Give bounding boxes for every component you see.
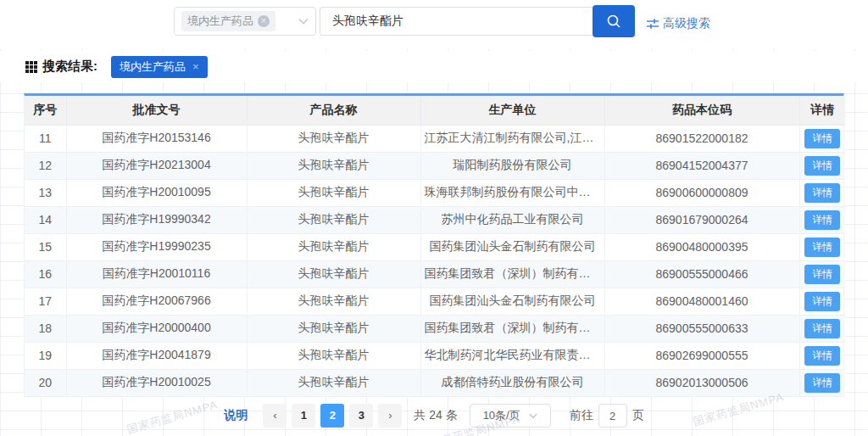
detail-button[interactable]: 详情 (804, 210, 840, 230)
category-select[interactable]: 境内生产药品 × (174, 7, 316, 36)
col-header-no: 序号 (25, 96, 66, 125)
detail-button[interactable]: 详情 (804, 346, 840, 366)
table-row: 20 国药准字H20010025 头孢呋辛酯片 成都倍特药业股份有限公司 869… (25, 369, 845, 396)
cell-product: 头孢呋辛酯片 (247, 206, 420, 233)
table-row: 15 国药准字H19990235 头孢呋辛酯片 国药集团汕头金石制药有限公司 8… (25, 233, 845, 260)
col-header-product: 产品名称 (247, 96, 420, 125)
filter-tag[interactable]: 境内生产药品 × (111, 56, 208, 78)
cell-code: 86900555000466 (604, 260, 799, 288)
cell-manufacturer: 成都倍特药业股份有限公司 (420, 369, 604, 396)
cell-approval: 国药准字H20010025 (66, 369, 247, 396)
search-input[interactable] (320, 7, 593, 36)
cell-approval: 国药准字H20153146 (66, 125, 247, 152)
cell-approval: 国药准字H19990235 (66, 233, 247, 260)
total-count-label: 共 24 条 (414, 408, 457, 423)
goto-suffix-label: 页 (632, 408, 644, 423)
results-label: 搜索结果: (25, 59, 97, 75)
cell-manufacturer: 国药集团汕头金石制药有限公司 (420, 288, 604, 315)
cell-product: 头孢呋辛酯片 (247, 125, 420, 152)
cell-code: 86902013000506 (604, 369, 799, 396)
sliders-icon (647, 18, 659, 30)
page-size-select[interactable]: 10条/页 (470, 404, 551, 428)
cell-no: 15 (25, 233, 66, 260)
cell-code: 86904152004377 (604, 152, 799, 179)
table-row: 17 国药准字H20067966 头孢呋辛酯片 国药集团汕头金石制药有限公司 8… (25, 288, 845, 315)
cell-product: 头孢呋辛酯片 (247, 342, 420, 369)
cell-manufacturer: 国药集团致君（深圳）制药有限公... (420, 260, 604, 288)
cell-code: 86900480001460 (604, 288, 799, 315)
cell-no: 20 (25, 369, 66, 396)
cell-no: 13 (25, 179, 66, 206)
prev-page-button[interactable]: ‹ (263, 404, 287, 428)
detail-button[interactable]: 详情 (804, 373, 840, 393)
table-row: 12 国药准字H20213004 头孢呋辛酯片 瑞阳制药股份有限公司 86904… (25, 152, 845, 179)
cell-product: 头孢呋辛酯片 (247, 179, 420, 206)
category-tag-close-icon[interactable]: × (258, 15, 270, 27)
cell-no: 19 (25, 342, 66, 369)
results-bar: 搜索结果: 境内生产药品 × (0, 51, 868, 82)
filter-tag-label: 境内生产药品 (120, 59, 186, 75)
cell-code: 86900555000633 (604, 315, 799, 342)
cell-approval: 国药准字H20010095 (66, 179, 247, 206)
cell-code: 86901679000264 (604, 206, 799, 233)
pagination: 说明 ‹ 123 › 共 24 条 10条/页 前往 页 (0, 404, 868, 428)
page-button-3[interactable]: 3 (349, 404, 373, 428)
table-row: 14 国药准字H19990342 头孢呋辛酯片 苏州中化药品工业有限公司 869… (25, 206, 845, 233)
cell-no: 11 (25, 125, 66, 152)
search-button[interactable] (593, 5, 635, 37)
detail-button[interactable]: 详情 (804, 265, 840, 284)
results-label-text: 搜索结果: (42, 59, 97, 75)
goto-prefix-label: 前往 (570, 408, 593, 423)
cell-approval: 国药准字H20041879 (66, 342, 247, 369)
page-button-2[interactable]: 2 (320, 404, 344, 428)
table-row: 13 国药准字H20010095 头孢呋辛酯片 珠海联邦制药股份有限公司中山分.… (25, 179, 845, 206)
cell-product: 头孢呋辛酯片 (247, 152, 420, 179)
cell-manufacturer: 苏州中化药品工业有限公司 (420, 206, 604, 233)
detail-button[interactable]: 详情 (804, 156, 840, 176)
chevron-down-icon (529, 413, 537, 419)
table-row: 19 国药准字H20041879 头孢呋辛酯片 华北制药河北华民药业有限责任公.… (25, 342, 845, 369)
detail-button[interactable]: 详情 (804, 319, 840, 338)
cell-no: 12 (25, 152, 66, 179)
table-row: 11 国药准字H20153146 头孢呋辛酯片 江苏正大清江制药有限公司,江苏.… (25, 125, 845, 152)
advanced-search-link[interactable]: 高级搜索 (647, 16, 710, 31)
cell-manufacturer: 国药集团汕头金石制药有限公司 (420, 233, 604, 260)
page-button-1[interactable]: 1 (292, 404, 315, 428)
next-page-button[interactable]: › (378, 404, 402, 428)
cell-no: 18 (25, 315, 66, 342)
cell-code: 86900600000809 (604, 179, 799, 206)
col-header-code: 药品本位码 (604, 96, 799, 125)
advanced-search-label: 高级搜索 (663, 16, 710, 31)
cell-product: 头孢呋辛酯片 (247, 233, 420, 260)
cell-no: 16 (25, 260, 66, 288)
col-header-detail: 详情 (799, 96, 845, 125)
search-section: 境内生产药品 × 高级搜索 (0, 0, 868, 49)
cell-no: 14 (25, 206, 66, 233)
detail-button[interactable]: 详情 (804, 183, 840, 203)
detail-button[interactable]: 详情 (804, 129, 840, 148)
category-tag: 境内生产药品 × (181, 11, 275, 31)
cell-approval: 国药准字H20000400 (66, 315, 247, 342)
cell-code: 86900480000395 (604, 233, 799, 260)
col-header-manufacturer: 生产单位 (420, 96, 604, 125)
col-header-approval: 批准文号 (66, 96, 247, 125)
cell-no: 17 (25, 288, 66, 315)
results-table: 序号 批准文号 产品名称 生产单位 药品本位码 详情 11 国药准字H20153… (24, 93, 844, 397)
detail-button[interactable]: 详情 (804, 292, 840, 311)
cell-manufacturer: 华北制药河北华民药业有限责任公... (420, 342, 604, 369)
cell-product: 头孢呋辛酯片 (247, 369, 420, 396)
cell-product: 头孢呋辛酯片 (247, 315, 420, 342)
cell-approval: 国药准字H19990342 (66, 206, 247, 233)
filter-tag-close-icon[interactable]: × (192, 60, 199, 73)
cell-manufacturer: 国药集团致君（深圳）制药有限公... (420, 315, 604, 342)
table-row: 16 国药准字H20010116 头孢呋辛酯片 国药集团致君（深圳）制药有限公.… (25, 260, 845, 288)
table-header-row: 序号 批准文号 产品名称 生产单位 药品本位码 详情 (25, 96, 845, 125)
grid-icon (25, 61, 37, 73)
detail-button[interactable]: 详情 (804, 238, 840, 257)
table-row: 18 国药准字H20000400 头孢呋辛酯片 国药集团致君（深圳）制药有限公.… (25, 315, 845, 342)
cell-manufacturer: 瑞阳制药股份有限公司 (420, 152, 604, 179)
chevron-down-icon (298, 15, 309, 27)
cell-manufacturer: 江苏正大清江制药有限公司,江苏... (420, 125, 604, 152)
note-link[interactable]: 说明 (224, 408, 248, 423)
goto-page-input[interactable] (598, 404, 627, 428)
